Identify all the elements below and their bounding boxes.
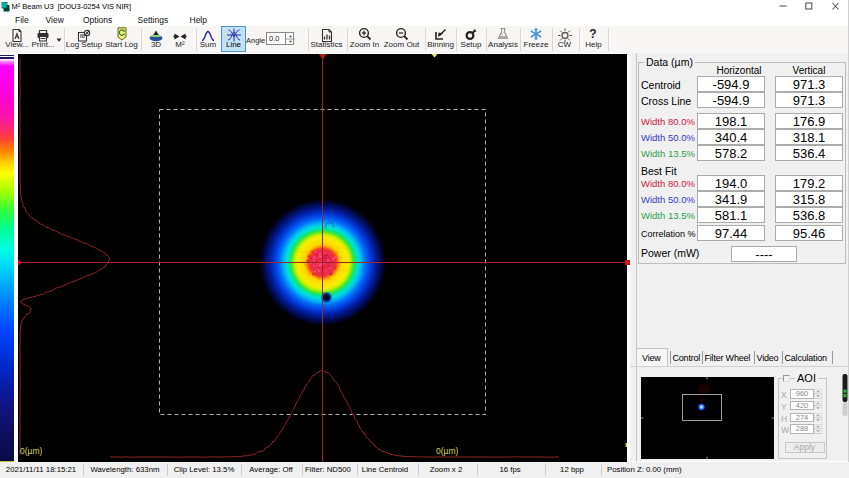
svg-text:0(µm): 0(µm) bbox=[436, 446, 459, 456]
svg-text:0(µm): 0(µm) bbox=[20, 446, 43, 456]
